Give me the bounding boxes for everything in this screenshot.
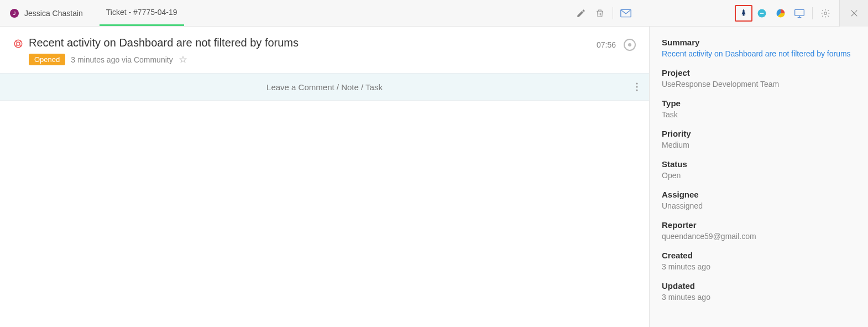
field-type: Type Task — [662, 98, 856, 119]
divider — [812, 7, 813, 19]
field-reporter: Reporter queendance59@gmail.com — [662, 220, 856, 241]
topbar-left: J Jessica Chastain Ticket - #7775-04-19 — [0, 0, 184, 26]
field-priority: Priority Medium — [662, 129, 856, 149]
star-icon[interactable] — [179, 55, 187, 64]
ticket-header: Recent activity on Dashboard are not fil… — [0, 27, 649, 73]
svg-point-8 — [636, 86, 637, 87]
svg-rect-2 — [760, 13, 764, 14]
field-summary: Summary Recent activity on Dashboard are… — [662, 38, 856, 58]
body: Recent activity on Dashboard are not fil… — [0, 27, 868, 327]
field-label: Created — [662, 251, 856, 260]
clock-icon[interactable] — [624, 39, 636, 51]
tab-ticket[interactable]: Ticket - #7775-04-19 — [100, 0, 184, 26]
field-value: 3 minutes ago — [662, 293, 856, 302]
field-label: Assignee — [662, 190, 856, 199]
ticket-title: Recent activity on Dashboard are not fil… — [29, 37, 597, 49]
chat-bubble-icon[interactable] — [752, 4, 771, 23]
pie-chart-icon[interactable] — [771, 4, 790, 23]
tab-ticket-label: Ticket - #7775-04-19 — [106, 8, 177, 17]
field-created: Created 3 minutes ago — [662, 251, 856, 271]
ticket-meta: Opened 3 minutes ago via Community — [29, 54, 597, 65]
field-label: Project — [662, 68, 856, 77]
monitor-icon[interactable] — [790, 4, 809, 23]
field-assignee: Assignee Unassigned — [662, 190, 856, 210]
field-label: Summary — [662, 38, 856, 47]
field-label: Status — [662, 159, 856, 169]
field-updated: Updated 3 minutes ago — [662, 281, 856, 302]
field-value: Task — [662, 110, 856, 119]
svg-point-9 — [636, 89, 637, 91]
gear-icon[interactable] — [816, 4, 835, 23]
field-value: Unassigned — [662, 201, 856, 210]
field-project: Project UseResponse Development Team — [662, 68, 856, 89]
field-label: Updated — [662, 281, 856, 290]
field-label: Type — [662, 98, 856, 108]
details-sidebar: Summary Recent activity on Dashboard are… — [649, 27, 868, 327]
user-name: Jessica Chastain — [24, 9, 83, 18]
field-label: Reporter — [662, 220, 856, 230]
comment-bar[interactable]: Leave a Comment / Note / Task — [0, 73, 649, 101]
edit-icon[interactable] — [572, 4, 590, 23]
svg-rect-3 — [795, 9, 804, 15]
field-status: Status Open — [662, 159, 856, 180]
more-icon[interactable] — [636, 82, 638, 91]
divider — [613, 7, 613, 19]
field-value: UseResponse Development Team — [662, 80, 856, 89]
comment-placeholder: Leave a Comment / Note / Task — [266, 82, 383, 92]
svg-point-7 — [636, 82, 637, 84]
field-value: queendance59@gmail.com — [662, 232, 856, 241]
topbar-right — [572, 0, 868, 26]
field-label: Priority — [662, 129, 856, 138]
field-value: Medium — [662, 141, 856, 149]
trash-icon[interactable] — [590, 4, 609, 23]
summary-link[interactable]: Recent activity on Dashboard are not fil… — [662, 49, 856, 58]
user-avatar[interactable]: J — [10, 9, 19, 18]
field-value: 3 minutes ago — [662, 262, 856, 271]
svg-point-4 — [824, 12, 827, 14]
lifering-icon — [13, 39, 23, 49]
close-button[interactable] — [839, 0, 868, 27]
main-panel: Recent activity on Dashboard are not fil… — [0, 27, 649, 327]
ticket-header-right: 07:56 — [597, 37, 636, 51]
ticket-meta-text: 3 minutes ago via Community — [71, 55, 172, 64]
field-value: Open — [662, 171, 856, 180]
jira-icon[interactable] — [735, 5, 752, 22]
svg-point-6 — [17, 42, 20, 45]
status-badge: Opened — [29, 54, 65, 65]
top-bar: J Jessica Chastain Ticket - #7775-04-19 — [0, 0, 868, 27]
ticket-time: 07:56 — [597, 40, 616, 49]
mail-icon[interactable] — [616, 4, 635, 23]
